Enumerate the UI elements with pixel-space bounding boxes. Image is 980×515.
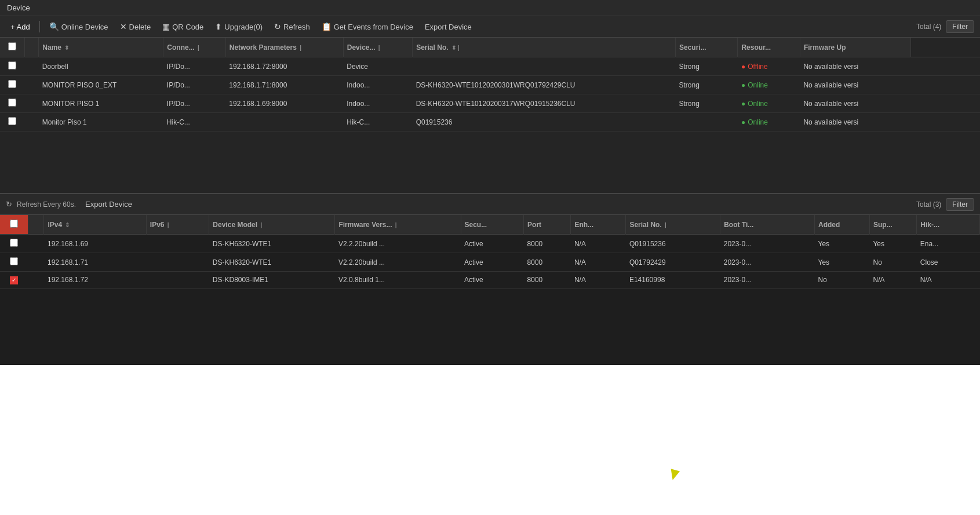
row-serial: DS-KH6320-WTE10120200301WRQ01792429CLU [413, 76, 676, 94]
separator-1 [39, 21, 40, 32]
filter-button-bottom[interactable]: Filter [946, 198, 974, 211]
bottom-col-hik[interactable]: Hik-... [917, 215, 980, 235]
online-device-table: IPv4 ⇕ IPv6 | Device Model | Firmware Ve… [0, 215, 980, 289]
bottom-row-spacer [28, 272, 44, 289]
col-firmware[interactable]: Firmware Up [800, 38, 910, 57]
bottom-row-hik: Close [917, 253, 980, 272]
row-checkbox-cell[interactable] [0, 76, 25, 94]
row-firmware: No available versi [800, 113, 910, 132]
bottom-col-ipv4[interactable]: IPv4 ⇕ [44, 215, 146, 235]
bottom-col-support[interactable]: Sup... [869, 215, 916, 235]
bottom-row-port: 8000 [524, 272, 571, 289]
select-all-checkbox[interactable] [8, 42, 16, 50]
bottom-select-all-header[interactable] [0, 215, 28, 235]
row-checkbox[interactable] [8, 117, 16, 125]
filter-button-top[interactable]: Filter [946, 20, 974, 33]
bottom-checkbox-cell[interactable] [0, 272, 28, 289]
row-firmware: No available versi [800, 57, 910, 76]
col-connection[interactable]: Conne... | [163, 38, 225, 57]
row-network-params: 192.168.1.71:8000 [225, 76, 343, 94]
row-device-type: Hik-C... [343, 113, 412, 132]
export-device-top-button[interactable]: Export Device [420, 20, 476, 34]
row-device-type: Indoo... [343, 76, 412, 94]
table-header-row: Name ⇕ Conne... | Network Parameters | D… [0, 38, 980, 57]
bottom-col-enh[interactable]: Enh... [571, 215, 626, 235]
row-device-type: Device [343, 57, 412, 76]
row-name: Doorbell [39, 57, 163, 76]
row-checkbox[interactable] [8, 61, 16, 70]
row-security [675, 113, 737, 132]
bottom-col-boot[interactable]: Boot Ti... [720, 215, 815, 235]
row-serial: Q01915236 [413, 113, 676, 132]
bottom-row-enh: N/A [571, 253, 626, 272]
bottom-toolbar-right: Total (3) Filter [916, 198, 974, 211]
row-spacer [25, 113, 39, 132]
col-security[interactable]: Securi... [675, 38, 737, 57]
bottom-checkbox-cell[interactable] [0, 253, 28, 272]
top-table-wrapper[interactable]: Name ⇕ Conne... | Network Parameters | D… [0, 38, 980, 193]
bottom-table-wrapper[interactable]: IPv4 ⇕ IPv6 | Device Model | Firmware Ve… [0, 215, 980, 365]
bottom-row-spacer [28, 253, 44, 272]
row-checkbox[interactable] [8, 80, 16, 88]
bottom-col-port[interactable]: Port [524, 215, 571, 235]
bottom-col-security[interactable]: Secu... [461, 215, 524, 235]
bottom-checkbox-cell[interactable] [0, 235, 28, 253]
bottom-header-row: IPv4 ⇕ IPv6 | Device Model | Firmware Ve… [0, 215, 980, 235]
qrcode-button[interactable]: ▦ QR Code [158, 20, 208, 34]
row-checkbox-cell[interactable] [0, 57, 25, 76]
col-device-type[interactable]: Device... | [343, 38, 412, 57]
bottom-row-checkbox[interactable] [10, 257, 18, 265]
row-network-params: 192.168.1.72:8000 [225, 57, 343, 76]
bottom-col-ipv6[interactable]: IPv6 | [146, 215, 209, 235]
row-serial: DS-KH6320-WTE10120200317WRQ01915236CLU [413, 94, 676, 113]
col-name[interactable]: Name ⇕ [39, 38, 163, 57]
row-security: Strong [675, 57, 737, 76]
bottom-row-boot: 2023-0... [720, 253, 815, 272]
col-serial[interactable]: Serial No. ⇕ | [413, 38, 676, 57]
delete-button[interactable]: ✕ Delete [115, 20, 156, 34]
select-all-header[interactable] [0, 38, 25, 57]
bottom-row-spacer [28, 235, 44, 253]
bottom-table-row: 192.168.1.72 DS-KD8003-IME1 V2.0.8build … [0, 272, 980, 289]
online-device-button[interactable]: 🔍 Online Device [45, 20, 113, 34]
bottom-col-serial[interactable]: Serial No. | [626, 215, 720, 235]
row-name: MONITOR PISO 0_EXT [39, 76, 163, 94]
refresh-icon-bottom: ↻ [6, 200, 12, 209]
bottom-panel: ↻ Refresh Every 60s. Export Device Total… [0, 194, 980, 515]
export-device-bottom-button[interactable]: Export Device [81, 198, 137, 211]
row-connection: IP/Do... [163, 57, 225, 76]
bottom-col-model[interactable]: Device Model | [209, 215, 335, 235]
row-checkbox-cell[interactable] [0, 94, 25, 113]
bottom-row-ipv6 [146, 235, 209, 253]
col-network[interactable]: Network Parameters | [225, 38, 343, 57]
bottom-col-added[interactable]: Added [815, 215, 870, 235]
bottom-row-security: Active [461, 235, 524, 253]
top-table-row: MONITOR PISO 0_EXT IP/Do... 192.168.1.71… [0, 76, 980, 94]
row-checkbox-cell[interactable] [0, 113, 25, 132]
refresh-button[interactable]: ↻ Refresh [269, 20, 315, 34]
row-spacer [25, 94, 39, 113]
bottom-toolbar: ↻ Refresh Every 60s. Export Device Total… [0, 194, 980, 215]
get-events-button[interactable]: 📋 Get Events from Device [317, 20, 418, 34]
col-resource[interactable]: Resour... [738, 38, 800, 57]
bottom-table-row: 192.168.1.69 DS-KH6320-WTE1 V2.2.20build… [0, 235, 980, 253]
delete-icon: ✕ [120, 22, 127, 31]
upgrade-button[interactable]: ⬆ Upgrade(0) [210, 20, 267, 34]
row-spacer [25, 76, 39, 94]
total-count: Total (4) [916, 23, 941, 31]
row-checkbox[interactable] [8, 98, 16, 107]
bottom-row-serial: Q01792429 [626, 253, 720, 272]
row-resource: ● Online [738, 113, 800, 132]
bottom-row-checkbox[interactable] [10, 276, 18, 284]
bottom-row-ipv4: 192.168.1.69 [44, 235, 146, 253]
bottom-row-checkbox[interactable] [10, 239, 18, 247]
bottom-row-security: Active [461, 272, 524, 289]
refresh-label: Refresh Every 60s. [17, 200, 76, 209]
bottom-row-hik: Ena... [917, 235, 980, 253]
bottom-row-ipv4: 192.168.1.72 [44, 272, 146, 289]
bottom-select-all-checkbox[interactable] [10, 220, 18, 228]
bottom-row-enh: N/A [571, 272, 626, 289]
add-button[interactable]: + Add [6, 20, 35, 34]
row-name: Monitor Piso 1 [39, 113, 163, 132]
bottom-col-firmware[interactable]: Firmware Vers... | [335, 215, 461, 235]
